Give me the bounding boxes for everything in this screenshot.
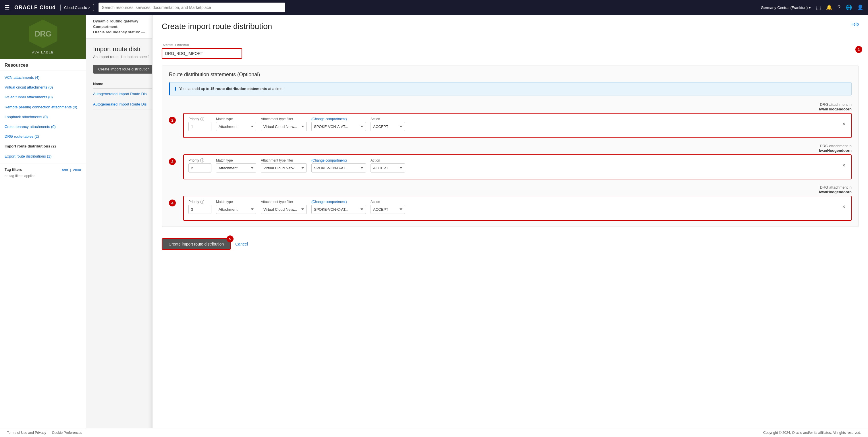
remove-statement-1-button[interactable]: × — [841, 121, 846, 127]
drg-attachment-user-2: IwanHoogendoorn — [183, 148, 851, 153]
console-icon[interactable]: ⬚ — [816, 4, 821, 11]
create-import-route-button-main[interactable]: Create import route distribution — [93, 65, 155, 74]
att-filter-select-2[interactable]: Virtual Cloud Netw... — [261, 163, 307, 173]
sidebar-item-loopback[interactable]: Loopback attachments (0) — [0, 112, 86, 122]
info-text: You can add up to 15 route distribution … — [179, 86, 283, 92]
global-search-input[interactable] — [98, 3, 285, 12]
drg-hexagon-logo: DRG — [29, 20, 57, 48]
statement-row-3: Priority i Match type Attachment — [188, 200, 846, 214]
terms-link[interactable]: Terms of Use and Privacy — [7, 431, 46, 435]
statement-wrapper-1: 2 DRG attachment in IwanHoogendoorn Prio… — [169, 103, 851, 138]
remove-statement-3-button[interactable]: × — [841, 204, 846, 210]
notification-bell-icon[interactable]: 🔔 — [826, 4, 832, 11]
att-filter-label-1: Attachment type filter — [261, 117, 307, 121]
match-type-label-1: Match type — [216, 117, 256, 121]
priority-label-1: Priority i — [188, 117, 211, 121]
sidebar-item-export-route-distributions[interactable]: Export route distributions (1) — [0, 151, 86, 161]
drg-attachment-user-1: IwanHoogendoorn — [183, 107, 851, 111]
help-icon[interactable]: ? — [838, 5, 840, 11]
change-comp-field-1: (Change compartment) SPOKE-VCN-A-AT... — [311, 117, 366, 131]
create-btn-wrapper: Create import route distribution 5 — [162, 238, 230, 250]
priority-label-3: Priority i — [188, 200, 211, 204]
region-selector[interactable]: Germany Central (Frankfurt) ▾ — [761, 5, 811, 10]
att-select-2[interactable]: SPOKE-VCN-B-AT... — [311, 163, 366, 173]
priority-info-icon-2[interactable]: i — [200, 158, 204, 163]
action-select-3[interactable]: ACCEPT — [371, 205, 405, 214]
drg-status-badge: AVAILABLE — [32, 51, 54, 54]
drg-attachment-line1-1: DRG attachment in — [183, 103, 851, 107]
match-type-select-1[interactable]: Attachment — [216, 122, 256, 131]
change-compartment-link-3[interactable]: (Change compartment) — [311, 200, 366, 204]
drg-attachment-line1-2: DRG attachment in — [183, 144, 851, 148]
modal-header: Create import route distribution Help — [153, 15, 868, 36]
sidebar-item-drg-route-tables[interactable]: DRG route tables (2) — [0, 132, 86, 141]
priority-info-icon-3[interactable]: i — [200, 200, 204, 204]
user-avatar-icon[interactable]: 👤 — [857, 4, 863, 11]
drg-attachment-line1-3: DRG attachment in — [183, 185, 851, 190]
remove-statement-2-button[interactable]: × — [841, 163, 846, 169]
cancel-button[interactable]: Cancel — [235, 242, 248, 246]
statement-card-2: Priority i Match type Attachment — [183, 154, 851, 179]
statement-wrapper-3: 4 DRG attachment in IwanHoogendoorn Prio… — [169, 185, 851, 221]
resources-section-title: Resources — [0, 59, 86, 70]
att-filter-label-2: Attachment type filter — [261, 158, 307, 163]
hamburger-menu-icon[interactable]: ☰ — [5, 4, 10, 11]
action-label-3: Action — [371, 200, 405, 204]
step-3-badge: 3 — [169, 158, 176, 165]
statement-wrapper-2: 3 DRG attachment in IwanHoogendoorn Prio… — [169, 144, 851, 179]
change-compartment-link-1[interactable]: (Change compartment) — [311, 117, 366, 121]
priority-input-3[interactable] — [188, 205, 211, 214]
priority-input-2[interactable] — [188, 163, 211, 173]
att-filter-select-3[interactable]: Virtual Cloud Netw... — [261, 205, 307, 214]
sidebar-item-virtual-circuit[interactable]: Virtual circuit attachments (0) — [0, 83, 86, 92]
drg-attachment-user-3: IwanHoogendoorn — [183, 190, 851, 194]
statement-row-2: Priority i Match type Attachment — [188, 158, 846, 173]
tag-add-link[interactable]: add — [62, 168, 68, 172]
match-type-field-2: Match type Attachment — [216, 158, 256, 173]
match-type-field-3: Match type Attachment — [216, 200, 256, 214]
att-filter-select-1[interactable]: Virtual Cloud Netw... — [261, 122, 307, 131]
action-select-2[interactable]: ACCEPT — [371, 163, 405, 173]
statement-card-3: Priority i Match type Attachment — [183, 196, 851, 221]
modal-help-link[interactable]: Help — [850, 22, 859, 26]
match-type-select-3[interactable]: Attachment — [216, 205, 256, 214]
priority-field-1: Priority i — [188, 117, 211, 131]
step-1-badge: 1 — [855, 46, 862, 53]
action-label-2: Action — [371, 158, 405, 163]
match-type-select-2[interactable]: Attachment — [216, 163, 256, 173]
att-filter-field-3: Attachment type filter Virtual Cloud Net… — [261, 200, 307, 214]
main-layout: DRG AVAILABLE Resources VCN attachments … — [0, 15, 868, 437]
tag-clear-link[interactable]: clear — [73, 168, 81, 172]
sidebar-item-import-route-distributions[interactable]: Import route distributions (2) — [0, 141, 86, 151]
create-import-route-distribution-button[interactable]: Create import route distribution — [162, 238, 230, 250]
modal-body: Name Optional 1 Route distribution state… — [153, 36, 868, 234]
cloud-classic-button[interactable]: Cloud Classic > — [60, 4, 94, 11]
action-label-1: Action — [371, 117, 405, 121]
sidebar-item-remote-peering[interactable]: Remote peering connection attachments (0… — [0, 103, 86, 112]
sidebar-item-ipsec[interactable]: IPSec tunnel attachments (0) — [0, 92, 86, 102]
priority-info-icon-1[interactable]: i — [200, 117, 204, 121]
language-globe-icon[interactable]: 🌐 — [846, 4, 852, 11]
sidebar-item-vcn-attachments[interactable]: VCN attachments (4) — [0, 73, 86, 83]
name-input-field[interactable] — [162, 48, 242, 59]
route-distribution-statements-section: Route distribution statements (Optional)… — [162, 65, 859, 227]
action-select-1[interactable]: ACCEPT — [371, 122, 405, 131]
att-filter-label-3: Attachment type filter — [261, 200, 307, 204]
priority-field-2: Priority i — [188, 158, 211, 173]
step-4-badge: 4 — [169, 200, 176, 206]
change-compartment-link-2[interactable]: (Change compartment) — [311, 158, 366, 163]
modal-title: Create import route distribution — [162, 22, 272, 31]
sidebar-item-cross-tenancy[interactable]: Cross-tenancy attachments (0) — [0, 122, 86, 132]
priority-input-1[interactable] — [188, 122, 211, 131]
step-2-badge: 2 — [169, 117, 176, 124]
cookie-preferences-link[interactable]: Cookie Preferences — [52, 431, 82, 435]
tag-filters-section: Tag filters add | clear no tag filters a… — [0, 164, 86, 181]
statement-row-1: Priority i Match type Attachment — [188, 117, 846, 131]
att-select-1[interactable]: SPOKE-VCN-A-AT... — [311, 122, 366, 131]
sidebar-nav: VCN attachments (4) Virtual circuit atta… — [0, 70, 86, 164]
step-5-badge: 5 — [227, 235, 234, 242]
copyright-text: Copyright © 2024, Oracle and/or its affi… — [763, 431, 861, 435]
att-select-3[interactable]: SPOKE-VCN-C-AT... — [311, 205, 366, 214]
match-type-label-3: Match type — [216, 200, 256, 204]
info-circle-icon: ℹ — [175, 86, 176, 92]
